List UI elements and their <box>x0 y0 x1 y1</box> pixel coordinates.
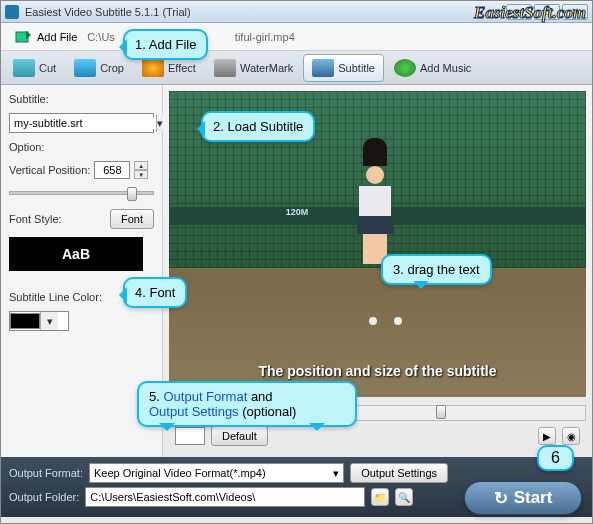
tab-cut[interactable]: Cut <box>5 55 64 81</box>
add-file-label: Add File <box>37 31 77 43</box>
vpos-up-button[interactable]: ▲ <box>134 161 148 170</box>
tab-watermark[interactable]: WaterMark <box>206 55 301 81</box>
subtitle-file-combo[interactable]: ▾ <box>9 113 154 133</box>
watermark-text: EasiestSoft.com <box>474 3 586 23</box>
refresh-icon: ↻ <box>494 488 508 509</box>
file-toolbar: Add File C:\Us tiful-girl.mp4 <box>1 23 592 51</box>
output-settings-button[interactable]: Output Settings <box>350 463 448 483</box>
callout-4-text: 4. Font <box>135 285 175 300</box>
chevron-down-icon[interactable]: ▾ <box>40 312 58 330</box>
callout-1-text: 1. Add File <box>135 37 196 52</box>
subtitle-label: Subtitle: <box>9 93 154 105</box>
play-button[interactable]: ▶ <box>538 427 556 445</box>
callout-5-post: (optional) <box>239 404 297 419</box>
tab-bar: Cut Crop Effect WaterMark Subtitle Add M… <box>1 51 592 85</box>
option-label: Option: <box>9 141 154 153</box>
callout-1: 1. Add File <box>123 29 208 60</box>
distance-marker: 120M <box>286 207 309 217</box>
font-preview: AaB <box>9 237 143 271</box>
font-button[interactable]: Font <box>110 209 154 229</box>
output-format-label: Output Format: <box>9 467 83 479</box>
subtitle-file-input[interactable] <box>10 117 156 129</box>
add-file-button[interactable]: Add File <box>7 25 83 49</box>
snapshot-button[interactable]: ◉ <box>562 427 580 445</box>
tab-subtitle-label: Subtitle <box>338 62 375 74</box>
vpos-down-button[interactable]: ▼ <box>134 170 148 179</box>
output-folder-value: C:\Users\EasiestSoft.com\Videos\ <box>90 491 255 503</box>
chevron-down-icon[interactable]: ▾ <box>156 114 163 132</box>
callout-3: 3. drag the text <box>381 254 492 285</box>
app-window: Easiest Video Subtitle 5.1.1 (Trial) — ☐… <box>0 0 593 524</box>
callout-5-mid: and <box>247 389 272 404</box>
callout-2: 2. Load Subtitle <box>201 111 315 142</box>
callout-2-text: 2. Load Subtitle <box>213 119 303 134</box>
start-label: Start <box>514 488 553 508</box>
tab-crop[interactable]: Crop <box>66 55 132 81</box>
tab-cut-label: Cut <box>39 62 56 74</box>
music-icon <box>394 59 416 77</box>
cut-icon <box>13 59 35 77</box>
callout-3-text: 3. drag the text <box>393 262 480 277</box>
callout-5-pre: 5. <box>149 389 163 404</box>
vpos-label: Vertical Position: <box>9 164 90 176</box>
output-folder-label: Output Folder: <box>9 491 79 503</box>
vpos-slider-thumb[interactable] <box>127 187 137 201</box>
timeline-thumb[interactable] <box>436 405 446 419</box>
search-folder-button[interactable]: 🔍 <box>395 488 413 506</box>
callout-5: 5. Output Format and Output Settings (op… <box>137 381 357 427</box>
baseball <box>369 317 377 325</box>
app-icon <box>5 5 19 19</box>
subtitle-overlay[interactable]: The position and size of the subtitle <box>169 363 586 379</box>
color-swatch <box>10 313 40 329</box>
vpos-slider[interactable] <box>9 191 154 195</box>
tab-effect-label: Effect <box>168 62 196 74</box>
watermark-icon <box>214 59 236 77</box>
output-format-combo[interactable]: Keep Original Video Format(*.mp4)▾ <box>89 463 344 483</box>
line-color-combo[interactable]: ▾ <box>9 311 69 331</box>
callout-6-text: 6 <box>551 449 560 466</box>
tab-music-label: Add Music <box>420 62 471 74</box>
open-folder-button[interactable]: 📁 <box>371 488 389 506</box>
tab-add-music[interactable]: Add Music <box>386 55 479 81</box>
default-button[interactable]: Default <box>211 426 268 446</box>
subtitle-icon <box>312 59 334 77</box>
add-file-icon <box>13 27 33 47</box>
output-format-value: Keep Original Video Format(*.mp4) <box>94 467 266 479</box>
baseball <box>394 317 402 325</box>
current-color-box <box>175 427 205 445</box>
tab-subtitle[interactable]: Subtitle <box>303 54 384 82</box>
start-button[interactable]: ↻ Start <box>464 481 582 515</box>
vpos-input[interactable] <box>94 161 130 179</box>
crop-icon <box>74 59 96 77</box>
effect-icon <box>142 59 164 77</box>
tab-watermark-label: WaterMark <box>240 62 293 74</box>
callout-5-b: Output Settings <box>149 404 239 419</box>
callout-5-a: Output Format <box>163 389 247 404</box>
girl-figure <box>352 158 398 268</box>
tab-crop-label: Crop <box>100 62 124 74</box>
callout-6: 6 <box>537 445 574 471</box>
font-style-label: Font Style: <box>9 213 62 225</box>
window-title: Easiest Video Subtitle 5.1.1 (Trial) <box>25 6 191 18</box>
file-path-suffix: tiful-girl.mp4 <box>235 31 295 43</box>
output-folder-field[interactable]: C:\Users\EasiestSoft.com\Videos\ <box>85 487 365 507</box>
callout-4: 4. Font <box>123 277 187 308</box>
